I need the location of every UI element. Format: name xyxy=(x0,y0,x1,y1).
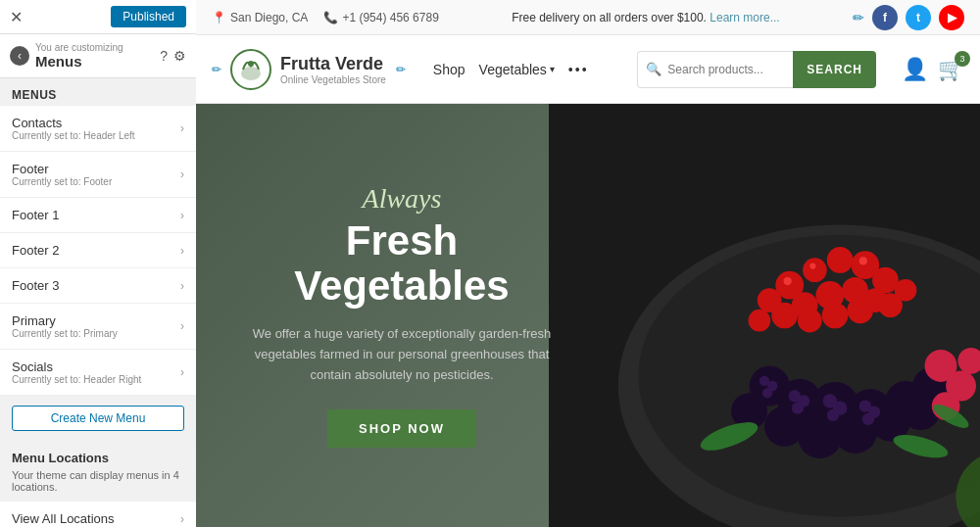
customizing-bar: ‹ You are customizing Menus ? ⚙ xyxy=(0,34,196,78)
facebook-icon[interactable]: f xyxy=(872,5,898,30)
hero-title: Fresh Vegetables xyxy=(235,218,568,309)
create-menu-button[interactable]: Create New Menu xyxy=(12,406,184,431)
menu-items-list: Contacts Currently set to: Header Left ›… xyxy=(0,106,196,396)
svg-point-16 xyxy=(749,310,771,332)
svg-point-22 xyxy=(895,279,917,302)
menu-locations-section: Menu Locations Your theme can display me… xyxy=(0,441,196,497)
info-bar-right: ✏ f t ▶ xyxy=(853,5,964,30)
customizing-left: ‹ You are customizing Menus xyxy=(10,42,123,70)
cart-icon[interactable]: 🛒 3 xyxy=(938,57,964,82)
menu-item-footer1[interactable]: Footer 1 › xyxy=(0,198,196,233)
svg-point-17 xyxy=(771,303,798,329)
footer1-chevron: › xyxy=(180,209,184,222)
vegetables-chevron: ▾ xyxy=(550,64,555,74)
svg-point-24 xyxy=(809,264,815,269)
logo-svg xyxy=(229,48,272,91)
view-all-chevron: › xyxy=(180,512,184,526)
top-bar: ✕ Published xyxy=(0,0,196,34)
youtube-icon[interactable]: ▶ xyxy=(939,5,964,30)
logo-edit-icon[interactable]: ✏ xyxy=(212,63,221,76)
footer-name: Footer xyxy=(12,162,112,176)
menu-item-contacts[interactable]: Contacts Currently set to: Header Left › xyxy=(0,106,196,152)
svg-point-46 xyxy=(827,409,839,421)
search-input[interactable] xyxy=(667,63,785,76)
search-area: 🔍 SEARCH xyxy=(637,51,876,88)
phone-text: +1 (954) 456 6789 xyxy=(342,11,438,24)
primary-name: Primary xyxy=(12,313,118,328)
right-panel: 📍 San Diego, CA 📞 +1 (954) 456 6789 Free… xyxy=(196,0,980,527)
vegetables-link[interactable]: Vegetables ▾ xyxy=(479,62,555,77)
socials-chevron: › xyxy=(180,365,184,379)
close-button[interactable]: ✕ xyxy=(10,8,23,26)
view-all-label: View All Locations xyxy=(12,511,115,526)
published-button[interactable]: Published xyxy=(111,6,186,27)
promo-text: Free delivery on all orders over $100. xyxy=(512,11,707,24)
location-text: San Diego, CA xyxy=(230,11,308,24)
hero-description: We offer a huge variety of exceptionally… xyxy=(235,324,568,385)
phone-item: 📞 +1 (954) 456 6789 xyxy=(323,11,438,24)
settings-button[interactable]: ⚙ xyxy=(173,48,186,64)
svg-point-18 xyxy=(798,309,822,333)
search-input-wrap: 🔍 xyxy=(637,51,793,88)
footer1-name: Footer 1 xyxy=(12,208,59,222)
svg-point-40 xyxy=(762,388,772,398)
contacts-name: Contacts xyxy=(12,116,135,130)
footer2-name: Footer 2 xyxy=(12,243,59,258)
nav-actions: 👤 🛒 3 xyxy=(902,57,964,82)
shop-now-button[interactable]: SHOP NOW xyxy=(327,409,476,448)
location-item: 📍 San Diego, CA xyxy=(212,11,308,24)
logo-text-wrap: Frutta Verde Online Vegetables Store xyxy=(280,54,386,85)
logo-name-edit-icon[interactable]: ✏ xyxy=(396,63,406,76)
menu-item-socials[interactable]: Socials Currently set to: Header Right › xyxy=(0,350,196,396)
menu-item-footer2[interactable]: Footer 2 › xyxy=(0,233,196,268)
location-icon: 📍 xyxy=(212,11,226,24)
search-icon: 🔍 xyxy=(646,62,662,76)
footer-chevron: › xyxy=(180,168,184,181)
socials-sub: Currently set to: Header Right xyxy=(12,374,141,385)
hero-image: TRADE ORGANIC NAT xyxy=(549,104,980,527)
primary-sub: Currently set to: Primary xyxy=(12,328,118,339)
svg-point-8 xyxy=(827,247,854,273)
primary-chevron: › xyxy=(180,319,184,333)
logo-name: Frutta Verde xyxy=(280,54,386,74)
menu-item-footer3[interactable]: Footer 3 › xyxy=(0,268,196,304)
socials-name: Socials xyxy=(12,359,141,374)
view-all-locations[interactable]: View All Locations › xyxy=(0,501,196,527)
svg-point-20 xyxy=(847,297,873,323)
customizing-icons: ? ⚙ xyxy=(160,48,186,64)
customizing-info: You are customizing Menus xyxy=(35,42,123,70)
menu-item-footer[interactable]: Footer Currently set to: Footer › xyxy=(0,152,196,198)
contacts-chevron: › xyxy=(180,121,184,135)
svg-point-49 xyxy=(862,413,874,425)
svg-point-23 xyxy=(784,277,792,285)
menu-item-primary[interactable]: Primary Currently set to: Primary › xyxy=(0,304,196,350)
svg-point-25 xyxy=(859,257,867,264)
twitter-icon[interactable]: t xyxy=(906,5,931,30)
footer2-chevron: › xyxy=(180,244,184,258)
shop-link[interactable]: Shop xyxy=(433,62,466,77)
hero-content: Always Fresh Vegetables We offer a huge … xyxy=(196,164,608,467)
svg-point-19 xyxy=(822,303,849,329)
contacts-sub: Currently set to: Header Left xyxy=(12,130,135,141)
cart-badge: 3 xyxy=(955,51,970,67)
logo-sub: Online Vegetables Store xyxy=(280,74,386,85)
left-panel: ✕ Published ‹ You are customizing Menus … xyxy=(0,0,196,527)
footer-sub: Currently set to: Footer xyxy=(12,176,112,187)
footer3-name: Footer 3 xyxy=(12,278,59,293)
hero-subtitle: Always xyxy=(235,183,568,215)
create-btn-wrap: Create New Menu xyxy=(0,396,196,441)
logo-area: ✏ Frutta Verde Online Vegetables Store ✏ xyxy=(212,48,406,91)
account-icon[interactable]: 👤 xyxy=(902,57,928,82)
learn-more-link[interactable]: Learn more... xyxy=(710,11,779,24)
svg-point-2 xyxy=(248,61,254,67)
info-bar: 📍 San Diego, CA 📞 +1 (954) 456 6789 Free… xyxy=(196,0,980,35)
edit-icon[interactable]: ✏ xyxy=(853,10,864,25)
phone-icon: 📞 xyxy=(323,11,338,24)
more-link[interactable]: ••• xyxy=(568,62,589,77)
help-button[interactable]: ? xyxy=(160,48,168,64)
nav-bar: ✏ Frutta Verde Online Vegetables Store ✏… xyxy=(196,35,980,104)
search-button[interactable]: SEARCH xyxy=(793,51,876,88)
back-button[interactable]: ‹ xyxy=(10,46,29,66)
menu-locations-text: Your theme can display menus in 4 locati… xyxy=(12,469,184,493)
vegetables-label: Vegetables xyxy=(479,62,547,77)
